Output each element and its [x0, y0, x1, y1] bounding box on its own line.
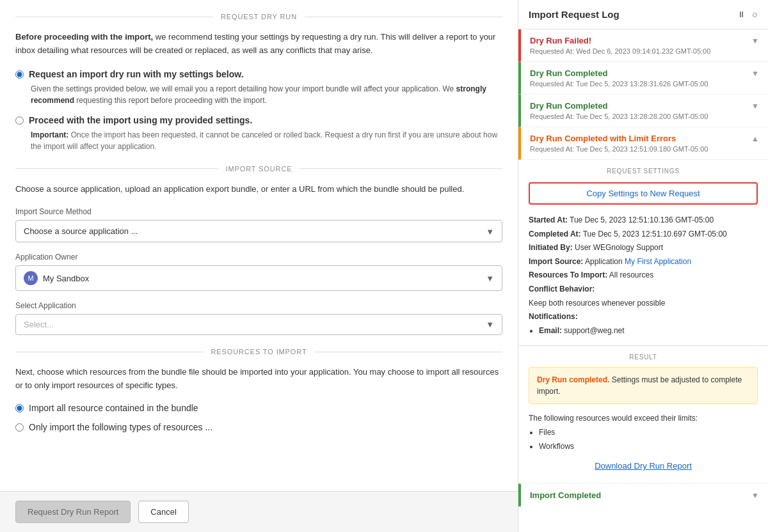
log-item-completed-1[interactable]: Dry Run Completed ▼ Requested At: Tue De… [518, 62, 768, 95]
import-source-method-select-wrapper[interactable]: Choose a source application ... ▼ [15, 220, 502, 242]
dry-run-section-label: REQUEST DRY RUN [221, 13, 297, 20]
log-item-limit-error-title: Dry Run Completed with Limit Errors [530, 134, 676, 143]
result-alert-highlight: Dry Run completed. [537, 375, 609, 384]
completed-at-value: Tue Dec 5, 2023 12:51:10.697 GMT-05:00 [583, 230, 727, 239]
result-section: RESULT Dry Run completed. Settings must … [518, 346, 768, 483]
result-title: RESULT [529, 354, 758, 361]
dry-run-radio-text: Request an import dry run with my settin… [29, 69, 244, 79]
result-alert: Dry Run completed. Settings must be adju… [529, 367, 758, 404]
select-application-dropdown[interactable]: Select... ▼ [15, 314, 502, 335]
initiated-by-row: Initiated By: User WEGnology Support [529, 241, 758, 255]
import-source-desc: Choose a source application, upload an a… [15, 183, 502, 196]
settings-detail: Started At: Tue Dec 5, 2023 12:51:10.136… [529, 214, 758, 338]
dry-run-radio-label[interactable]: Request an import dry run with my settin… [15, 69, 502, 79]
intro-text: Before proceeding with the import, we re… [15, 31, 502, 58]
all-resources-text: Import all resource contained in the bun… [29, 403, 198, 413]
exceed-item-workflows: Workflows [539, 440, 758, 454]
resources-desc: Next, choose which resources from the bu… [15, 366, 502, 393]
log-item-completed-2-header: Dry Run Completed ▼ [530, 101, 759, 111]
resources-desc-text: Next, choose which resources from the bu… [15, 367, 499, 390]
specific-resources-radio[interactable] [15, 423, 24, 432]
resources-value: All resources [609, 270, 653, 279]
dry-run-radio-input[interactable] [15, 70, 24, 79]
import-important-text: Important: Once the import has been requ… [31, 129, 502, 152]
email-value: support@weg.net [564, 326, 624, 335]
conflict-row: Conflict Behavior: [529, 283, 758, 297]
import-source-label: IMPORT SOURCE [226, 165, 292, 173]
completed-at-row: Completed At: Tue Dec 5, 2023 12:51:10.6… [529, 228, 758, 242]
initiated-by-label: Initiated By: [529, 243, 573, 252]
log-item-completed-1-date: Requested At: Tue Dec 5, 2023 13:28:31.6… [530, 80, 759, 88]
right-header: Import Request Log ⏸ ○ [518, 0, 768, 29]
import-source-desc-text: Choose a source application, upload an a… [15, 184, 464, 194]
resources-key: Resources To Import: [529, 270, 607, 279]
dry-run-radio-option: Request an import dry run with my settin… [15, 69, 502, 106]
log-item-completed-2[interactable]: Dry Run Completed ▼ Requested At: Tue De… [518, 95, 768, 127]
copy-settings-button[interactable]: Copy Settings to New Request [529, 182, 758, 205]
result-detail: The following resources would exceed the… [529, 412, 758, 453]
request-settings-title: REQUEST SETTINGS [529, 168, 758, 175]
started-at-label: Started At: [529, 215, 568, 224]
log-item-completed-2-date: Requested At: Tue Dec 5, 2023 13:28:28.2… [530, 113, 759, 120]
initiated-by-value: User WEGnology Support [575, 243, 663, 252]
log-item-limit-error-header: Dry Run Completed with Limit Errors ▲ [530, 134, 759, 143]
specific-resources-text: Only import the following types of resou… [29, 422, 212, 432]
request-settings-section: REQUEST SETTINGS Copy Settings to New Re… [518, 160, 768, 346]
conflict-value-row: Keep both resources whenever possible [529, 297, 758, 311]
cancel-button[interactable]: Cancel [138, 501, 188, 523]
import-source-divider: IMPORT SOURCE [15, 165, 502, 173]
notifications-key: Notifications: [529, 312, 578, 321]
log-item-completed-1-title: Dry Run Completed [530, 68, 607, 78]
started-at-row: Started At: Tue Dec 5, 2023 12:51:10.136… [529, 214, 758, 228]
completed-at-label: Completed At: [529, 230, 581, 239]
specific-resources-option: Only import the following types of resou… [15, 422, 502, 432]
application-owner-dropdown[interactable]: M My Sandbox ▼ [15, 265, 502, 291]
import-source-method-select[interactable]: Choose a source application ... [16, 221, 502, 242]
import-radio-label[interactable]: Proceed with the import using my provide… [15, 115, 502, 125]
email-label: Email: [539, 326, 562, 335]
chevron-up-icon: ▲ [751, 134, 759, 143]
download-dry-run-link[interactable]: Download Dry Run Report [529, 461, 758, 471]
log-item-completed-1-header: Dry Run Completed ▼ [530, 68, 759, 78]
log-item-limit-error[interactable]: Dry Run Completed with Limit Errors ▲ Re… [518, 127, 768, 160]
log-item-failed-title: Dry Run Failed! [530, 36, 591, 45]
resources-row: Resources To Import: All resources [529, 269, 758, 283]
import-radio-input[interactable] [15, 116, 24, 125]
all-resources-label[interactable]: Import all resource contained in the bun… [15, 403, 502, 413]
conflict-key: Conflict Behavior: [529, 285, 595, 293]
pause-icon[interactable]: ⏸ [737, 10, 746, 19]
log-item-completed-2-title: Dry Run Completed [530, 101, 607, 111]
application-owner-label: Application Owner [15, 253, 502, 262]
chevron-down-icon: ▼ [751, 69, 759, 78]
all-resources-radio[interactable] [15, 404, 24, 412]
specific-resources-label[interactable]: Only import the following types of resou… [15, 422, 502, 432]
application-owner-group: Application Owner M My Sandbox ▼ [15, 253, 502, 291]
select-application-chevron-icon: ▼ [486, 320, 494, 329]
log-item-failed[interactable]: Dry Run Failed! ▼ Requested At: Wed Dec … [518, 29, 768, 62]
started-at-value: Tue Dec 5, 2023 12:51:10.136 GMT-05:00 [570, 215, 714, 224]
select-application-label: Select Application [15, 301, 502, 310]
dry-run-sub-text: Given the settings provided below, we wi… [31, 83, 502, 106]
import-source-link[interactable]: My First Application [625, 257, 691, 266]
dry-run-desc-part2: requesting this report before proceeding… [74, 96, 267, 105]
import-source-method-label: Import Source Method [15, 207, 502, 216]
log-item-failed-header: Dry Run Failed! ▼ [530, 36, 759, 45]
select-application-group: Select Application Select... ▼ [15, 301, 502, 335]
email-notification-item: Email: support@weg.net [539, 324, 758, 338]
log-item-import-completed-header: Import Completed ▼ [530, 490, 759, 500]
notifications-list: Email: support@weg.net [539, 324, 758, 338]
request-dry-run-button[interactable]: Request Dry Run Report [15, 501, 131, 523]
log-item-failed-date: Requested At: Wed Dec 6, 2023 09:14:01.2… [530, 47, 759, 55]
import-radio-text: Proceed with the import using my provide… [29, 115, 252, 125]
log-item-import-completed[interactable]: Import Completed ▼ [518, 483, 768, 506]
owner-chevron-icon: ▼ [486, 274, 494, 283]
select-application-placeholder: Select... [24, 320, 486, 329]
avatar: M [24, 271, 38, 285]
import-source-key: Import Source: [529, 257, 583, 266]
chevron-down-icon: ▼ [751, 36, 759, 45]
chevron-down-icon: ▼ [751, 102, 759, 111]
import-source-row: Import Source: Application My First Appl… [529, 255, 758, 269]
refresh-icon[interactable]: ○ [752, 9, 758, 20]
resources-section-label: RESOURCES TO IMPORT [211, 348, 307, 356]
intro-bold: Before proceeding with the import, [15, 32, 153, 42]
